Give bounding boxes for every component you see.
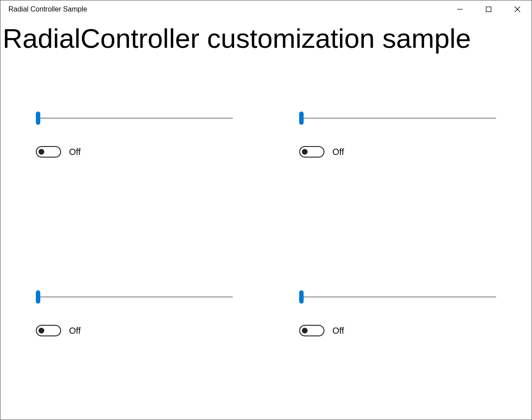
toggle-row-2: Off: [36, 325, 237, 336]
slider-0[interactable]: [36, 112, 233, 125]
slider-1[interactable]: [299, 112, 496, 125]
toggle-2[interactable]: [36, 325, 61, 336]
close-button[interactable]: [503, 0, 532, 18]
toggle-0[interactable]: [36, 146, 61, 158]
slider-track: [299, 118, 496, 119]
toggle-1[interactable]: [299, 146, 324, 158]
slider-thumb[interactable]: [36, 112, 40, 125]
toggle-label-2: Off: [69, 326, 81, 336]
window-title: Radial Controller Sample: [8, 5, 87, 13]
titlebar: Radial Controller Sample: [0, 0, 532, 18]
toggle-row-1: Off: [299, 146, 501, 158]
close-icon: [514, 6, 520, 12]
toggle-knob: [302, 328, 308, 334]
slider-track: [36, 118, 233, 119]
slider-thumb[interactable]: [299, 290, 304, 304]
toggle-row-3: Off: [299, 325, 501, 336]
toggle-row-0: Off: [36, 146, 237, 158]
slider-track: [299, 297, 496, 297]
slider-track: [36, 297, 233, 297]
svg-rect-1: [486, 7, 491, 12]
toggle-knob: [39, 149, 44, 155]
toggle-label-0: Off: [69, 147, 81, 157]
maximize-button[interactable]: [474, 0, 503, 18]
toggle-label-3: Off: [332, 326, 344, 336]
toggle-knob: [39, 328, 44, 334]
slider-2[interactable]: [36, 290, 233, 304]
maximize-icon: [486, 6, 492, 12]
control-group-2: Off: [36, 290, 237, 336]
window-controls: [445, 0, 532, 18]
slider-thumb[interactable]: [299, 112, 304, 125]
minimize-icon: [457, 6, 463, 12]
control-group-3: Off: [299, 290, 501, 336]
page-title: RadialController customization sample: [0, 18, 532, 54]
minimize-button[interactable]: [445, 0, 474, 18]
toggle-knob: [302, 149, 308, 155]
slider-thumb[interactable]: [36, 290, 40, 304]
toggle-3[interactable]: [299, 325, 324, 336]
content-grid: Off Off Off: [0, 54, 532, 354]
control-group-0: Off: [36, 112, 237, 158]
slider-3[interactable]: [299, 290, 496, 304]
control-group-1: Off: [299, 112, 501, 158]
toggle-label-1: Off: [332, 147, 344, 157]
